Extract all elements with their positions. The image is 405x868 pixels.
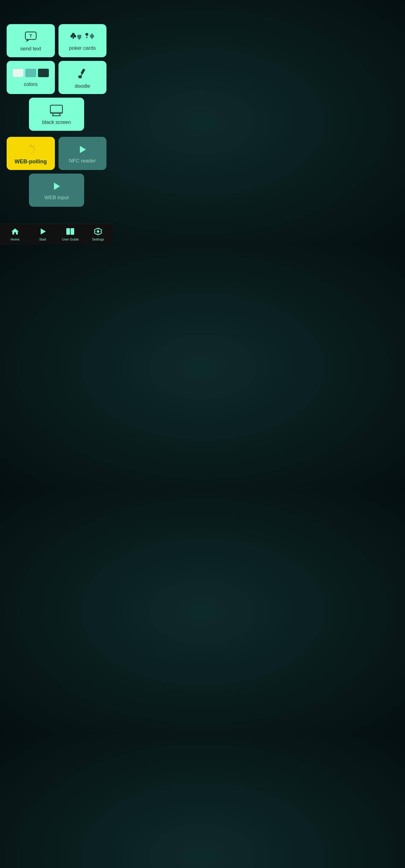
monitor-icon <box>50 104 63 116</box>
svg-rect-27 <box>66 228 70 235</box>
gear-icon <box>94 227 102 237</box>
nfc-play-icon <box>77 144 88 155</box>
svg-marker-26 <box>41 228 46 235</box>
poker-cards-label: poker cards <box>69 45 96 51</box>
swatches-icon <box>13 69 49 79</box>
nav-settings[interactable]: Settings <box>84 227 112 241</box>
black-screen-button[interactable]: black screen <box>29 98 84 131</box>
send-text-button[interactable]: T send text <box>7 24 55 57</box>
swatch-white <box>13 69 24 77</box>
svg-line-18 <box>33 152 34 153</box>
send-text-label: send text <box>20 46 41 52</box>
svg-marker-7 <box>90 33 94 39</box>
nav-start-label: Start <box>39 238 46 241</box>
home-icon <box>11 227 19 237</box>
svg-rect-8 <box>81 68 85 74</box>
web-input-label: WEB input <box>44 195 68 201</box>
svg-line-22 <box>28 147 29 147</box>
start-play-icon <box>39 227 47 237</box>
svg-rect-10 <box>50 105 62 113</box>
swatch-dark <box>38 69 49 77</box>
swatch-teal <box>25 69 36 77</box>
svg-marker-23 <box>80 146 86 153</box>
suits-icon <box>70 31 94 42</box>
nav-start[interactable]: Start <box>29 227 57 241</box>
nav-user-guide-label: User Guide <box>62 238 79 241</box>
colors-label: colors <box>24 82 37 87</box>
web-polling-button[interactable]: WEB-polling <box>7 137 55 170</box>
poker-cards-button[interactable]: poker cards <box>58 24 107 57</box>
black-screen-label: black screen <box>42 119 71 125</box>
svg-line-9 <box>81 74 82 76</box>
web-input-play-icon <box>51 181 62 192</box>
svg-rect-28 <box>70 228 74 235</box>
nav-user-guide[interactable]: User Guide <box>57 227 84 241</box>
brush-icon <box>76 67 89 80</box>
svg-line-16 <box>33 147 34 147</box>
web-input-button[interactable]: WEB input <box>29 174 84 207</box>
nfc-reader-label: NFC reader <box>69 158 96 164</box>
svg-point-29 <box>97 230 99 233</box>
nav-home[interactable]: Home <box>1 227 29 241</box>
svg-text:T: T <box>29 33 32 38</box>
spinner-icon <box>25 144 37 156</box>
message-t-icon: T <box>24 31 37 43</box>
book-icon <box>66 227 75 237</box>
colors-button[interactable]: colors <box>7 61 55 94</box>
bottom-nav: Home Start User Guide Settings <box>0 224 113 245</box>
svg-line-20 <box>28 152 29 153</box>
svg-rect-6 <box>73 37 74 39</box>
web-polling-label: WEB-polling <box>15 158 47 165</box>
svg-marker-24 <box>54 183 60 190</box>
nav-settings-label: Settings <box>92 238 104 241</box>
doodle-button[interactable]: doodle <box>58 61 107 94</box>
doodle-label: doodle <box>75 83 90 89</box>
svg-marker-25 <box>11 228 19 235</box>
nfc-reader-button[interactable]: NFC reader <box>58 137 107 170</box>
nav-home-label: Home <box>10 238 19 241</box>
